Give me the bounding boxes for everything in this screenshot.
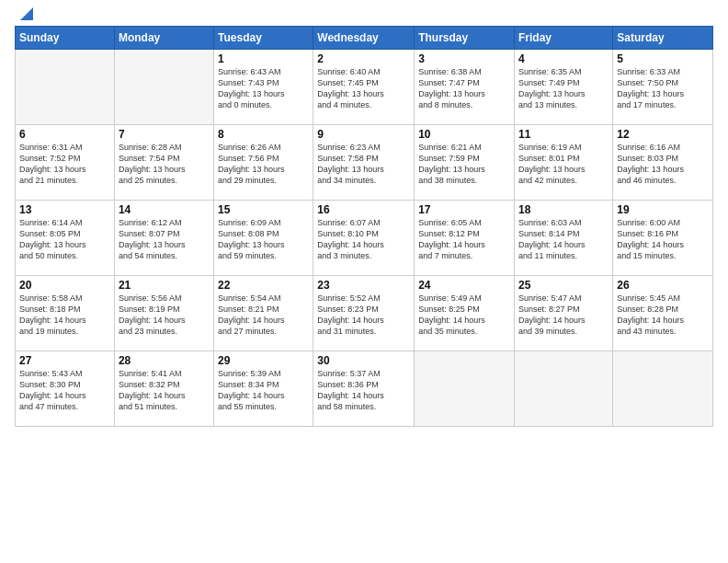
calendar-cell: 3Sunrise: 6:38 AM Sunset: 7:47 PM Daylig… — [415, 50, 515, 125]
calendar-cell: 12Sunrise: 6:16 AM Sunset: 8:03 PM Dayli… — [613, 125, 713, 201]
day-info: Sunrise: 6:07 AM Sunset: 8:10 PM Dayligh… — [317, 217, 410, 262]
day-number: 11 — [518, 128, 609, 141]
calendar-cell: 22Sunrise: 5:54 AM Sunset: 8:21 PM Dayli… — [214, 276, 313, 351]
day-number: 8 — [218, 128, 309, 141]
day-number: 24 — [418, 279, 510, 292]
calendar-week-5: 27Sunrise: 5:43 AM Sunset: 8:30 PM Dayli… — [16, 351, 713, 427]
day-info: Sunrise: 6:38 AM Sunset: 7:47 PM Dayligh… — [418, 66, 510, 111]
calendar-cell: 27Sunrise: 5:43 AM Sunset: 8:30 PM Dayli… — [16, 351, 115, 427]
calendar-cell: 5Sunrise: 6:33 AM Sunset: 7:50 PM Daylig… — [613, 50, 713, 125]
day-number: 13 — [19, 203, 110, 216]
calendar-cell: 14Sunrise: 6:12 AM Sunset: 8:07 PM Dayli… — [114, 201, 213, 276]
page: SundayMondayTuesdayWednesdayThursdayFrid… — [0, 0, 728, 563]
day-info: Sunrise: 5:47 AM Sunset: 8:27 PM Dayligh… — [518, 293, 609, 338]
day-info: Sunrise: 5:43 AM Sunset: 8:30 PM Dayligh… — [19, 368, 110, 413]
calendar-cell: 7Sunrise: 6:28 AM Sunset: 7:54 PM Daylig… — [114, 125, 213, 201]
weekday-header-row: SundayMondayTuesdayWednesdayThursdayFrid… — [16, 27, 713, 50]
day-info: Sunrise: 6:00 AM Sunset: 8:16 PM Dayligh… — [617, 217, 709, 262]
day-info: Sunrise: 6:19 AM Sunset: 8:01 PM Dayligh… — [518, 142, 609, 187]
calendar-cell: 21Sunrise: 5:56 AM Sunset: 8:19 PM Dayli… — [114, 276, 213, 351]
calendar-cell: 29Sunrise: 5:39 AM Sunset: 8:34 PM Dayli… — [214, 351, 313, 427]
day-number: 5 — [617, 52, 709, 65]
calendar-cell: 19Sunrise: 6:00 AM Sunset: 8:16 PM Dayli… — [613, 201, 713, 276]
logo-icon — [17, 4, 37, 24]
day-info: Sunrise: 6:28 AM Sunset: 7:54 PM Dayligh… — [119, 142, 210, 187]
weekday-header-saturday: Saturday — [613, 27, 713, 50]
calendar-cell — [415, 351, 515, 427]
calendar-week-3: 13Sunrise: 6:14 AM Sunset: 8:05 PM Dayli… — [16, 201, 713, 276]
calendar-cell: 16Sunrise: 6:07 AM Sunset: 8:10 PM Dayli… — [313, 201, 415, 276]
calendar-cell: 28Sunrise: 5:41 AM Sunset: 8:32 PM Dayli… — [114, 351, 213, 427]
calendar-cell: 24Sunrise: 5:49 AM Sunset: 8:25 PM Dayli… — [415, 276, 515, 351]
calendar-cell: 23Sunrise: 5:52 AM Sunset: 8:23 PM Dayli… — [313, 276, 415, 351]
day-number: 9 — [317, 128, 410, 141]
calendar-table: SundayMondayTuesdayWednesdayThursdayFrid… — [15, 26, 713, 427]
weekday-header-wednesday: Wednesday — [313, 27, 415, 50]
day-info: Sunrise: 5:56 AM Sunset: 8:19 PM Dayligh… — [119, 293, 210, 338]
day-info: Sunrise: 6:16 AM Sunset: 8:03 PM Dayligh… — [617, 142, 709, 187]
day-info: Sunrise: 5:52 AM Sunset: 8:23 PM Dayligh… — [317, 293, 410, 338]
day-number: 23 — [317, 279, 410, 292]
calendar-cell: 8Sunrise: 6:26 AM Sunset: 7:56 PM Daylig… — [214, 125, 313, 201]
calendar-cell: 6Sunrise: 6:31 AM Sunset: 7:52 PM Daylig… — [16, 125, 115, 201]
day-info: Sunrise: 6:23 AM Sunset: 7:58 PM Dayligh… — [317, 142, 410, 187]
header — [15, 9, 713, 20]
calendar-cell: 26Sunrise: 5:45 AM Sunset: 8:28 PM Dayli… — [613, 276, 713, 351]
calendar-cell: 11Sunrise: 6:19 AM Sunset: 8:01 PM Dayli… — [515, 125, 613, 201]
day-number: 26 — [617, 279, 709, 292]
calendar-cell: 25Sunrise: 5:47 AM Sunset: 8:27 PM Dayli… — [515, 276, 613, 351]
calendar-cell: 1Sunrise: 6:43 AM Sunset: 7:43 PM Daylig… — [214, 50, 313, 125]
day-number: 2 — [317, 52, 410, 65]
day-info: Sunrise: 6:21 AM Sunset: 7:59 PM Dayligh… — [418, 142, 510, 187]
calendar-cell: 30Sunrise: 5:37 AM Sunset: 8:36 PM Dayli… — [313, 351, 415, 427]
day-number: 1 — [218, 52, 309, 65]
day-info: Sunrise: 6:33 AM Sunset: 7:50 PM Dayligh… — [617, 66, 709, 111]
weekday-header-sunday: Sunday — [16, 27, 115, 50]
day-info: Sunrise: 6:03 AM Sunset: 8:14 PM Dayligh… — [518, 217, 609, 262]
day-info: Sunrise: 6:09 AM Sunset: 8:08 PM Dayligh… — [218, 217, 309, 262]
day-info: Sunrise: 6:35 AM Sunset: 7:49 PM Dayligh… — [518, 66, 609, 111]
day-number: 18 — [518, 203, 609, 216]
svg-marker-0 — [20, 7, 33, 20]
calendar-cell: 13Sunrise: 6:14 AM Sunset: 8:05 PM Dayli… — [16, 201, 115, 276]
day-number: 25 — [518, 279, 609, 292]
day-number: 22 — [218, 279, 309, 292]
day-number: 20 — [19, 279, 110, 292]
calendar-cell: 17Sunrise: 6:05 AM Sunset: 8:12 PM Dayli… — [415, 201, 515, 276]
day-number: 4 — [518, 52, 609, 65]
calendar-week-2: 6Sunrise: 6:31 AM Sunset: 7:52 PM Daylig… — [16, 125, 713, 201]
day-number: 29 — [218, 354, 309, 367]
day-number: 14 — [119, 203, 210, 216]
day-info: Sunrise: 6:31 AM Sunset: 7:52 PM Dayligh… — [19, 142, 110, 187]
day-number: 16 — [317, 203, 410, 216]
calendar-cell — [114, 50, 213, 125]
calendar-cell: 10Sunrise: 6:21 AM Sunset: 7:59 PM Dayli… — [415, 125, 515, 201]
weekday-header-monday: Monday — [114, 27, 213, 50]
calendar-cell: 15Sunrise: 6:09 AM Sunset: 8:08 PM Dayli… — [214, 201, 313, 276]
day-info: Sunrise: 6:26 AM Sunset: 7:56 PM Dayligh… — [218, 142, 309, 187]
day-info: Sunrise: 6:43 AM Sunset: 7:43 PM Dayligh… — [218, 66, 309, 111]
day-number: 6 — [19, 128, 110, 141]
day-info: Sunrise: 6:05 AM Sunset: 8:12 PM Dayligh… — [418, 217, 510, 262]
day-info: Sunrise: 5:37 AM Sunset: 8:36 PM Dayligh… — [317, 368, 410, 413]
calendar-cell: 9Sunrise: 6:23 AM Sunset: 7:58 PM Daylig… — [313, 125, 415, 201]
calendar-cell: 18Sunrise: 6:03 AM Sunset: 8:14 PM Dayli… — [515, 201, 613, 276]
day-number: 7 — [119, 128, 210, 141]
day-info: Sunrise: 6:14 AM Sunset: 8:05 PM Dayligh… — [19, 217, 110, 262]
day-info: Sunrise: 5:41 AM Sunset: 8:32 PM Dayligh… — [119, 368, 210, 413]
weekday-header-tuesday: Tuesday — [214, 27, 313, 50]
day-number: 19 — [617, 203, 709, 216]
day-number: 21 — [119, 279, 210, 292]
day-number: 17 — [418, 203, 510, 216]
calendar-week-1: 1Sunrise: 6:43 AM Sunset: 7:43 PM Daylig… — [16, 50, 713, 125]
calendar-cell: 4Sunrise: 6:35 AM Sunset: 7:49 PM Daylig… — [515, 50, 613, 125]
day-info: Sunrise: 6:12 AM Sunset: 8:07 PM Dayligh… — [119, 217, 210, 262]
calendar-cell — [613, 351, 713, 427]
day-number: 15 — [218, 203, 309, 216]
day-number: 10 — [418, 128, 510, 141]
calendar-week-4: 20Sunrise: 5:58 AM Sunset: 8:18 PM Dayli… — [16, 276, 713, 351]
day-info: Sunrise: 5:45 AM Sunset: 8:28 PM Dayligh… — [617, 293, 709, 338]
calendar-cell — [515, 351, 613, 427]
calendar-cell — [16, 50, 115, 125]
day-number: 30 — [317, 354, 410, 367]
